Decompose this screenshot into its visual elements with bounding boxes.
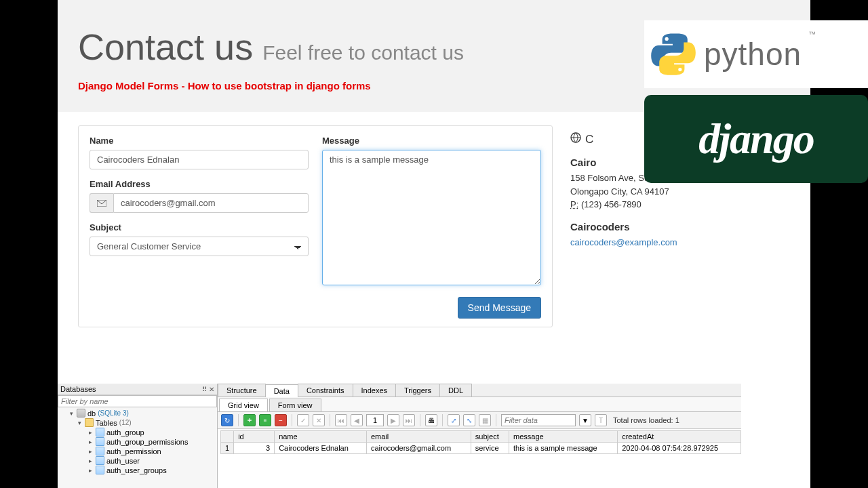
total-rows-label: Total rows loaded: 1 xyxy=(613,416,679,424)
col-email[interactable]: email xyxy=(366,431,471,443)
col-createdat[interactable]: createdAt xyxy=(618,431,741,443)
tables-node[interactable]: Tables xyxy=(96,419,117,427)
delete-row-button[interactable]: − xyxy=(275,414,287,426)
django-wordmark: django xyxy=(698,114,813,164)
database-panel: Databases ⠿ ✕ ▾db (SQLite 3) ▾Tables (12… xyxy=(58,384,741,488)
subject-select[interactable]: General Customer Service xyxy=(90,237,309,256)
db-name[interactable]: db xyxy=(87,409,96,418)
filter-text-button[interactable]: T xyxy=(595,414,607,426)
col-name[interactable]: name xyxy=(275,431,367,443)
tab-indexes[interactable]: Indexes xyxy=(353,384,397,396)
filter-button[interactable]: ▼ xyxy=(579,414,591,426)
table-icon xyxy=(96,428,104,436)
email-label: Email Address xyxy=(90,179,309,189)
table-icon xyxy=(96,466,104,474)
tab-constraints[interactable]: Constraints xyxy=(298,384,353,396)
chevron-down-icon[interactable]: ▾ xyxy=(77,420,83,426)
db-tree-panel: Databases ⠿ ✕ ▾db (SQLite 3) ▾Tables (12… xyxy=(58,384,218,488)
python-trademark: ™ xyxy=(808,30,816,38)
tab-structure[interactable]: Structure xyxy=(218,384,266,396)
page-title: Contact us xyxy=(78,26,253,68)
cell-createdat[interactable]: 2020-04-08 07:54:28.972925 xyxy=(618,443,741,454)
chevron-right-icon[interactable]: ▸ xyxy=(87,448,94,454)
db-panel-title: Databases xyxy=(60,385,96,393)
expand-icon[interactable]: ⤢ xyxy=(448,414,460,426)
db-type: (SQLite 3) xyxy=(98,409,129,417)
image-view-button[interactable]: ▦ xyxy=(479,414,491,426)
tab-data[interactable]: Data xyxy=(265,384,298,397)
add-row-button[interactable]: ＋ xyxy=(243,414,256,426)
first-page-button[interactable]: ⏮ xyxy=(335,414,347,426)
db-sub-tabs: Grid view Form view xyxy=(218,397,741,412)
chevron-right-icon[interactable]: ▸ xyxy=(87,439,94,445)
envelope-icon xyxy=(90,193,113,213)
chevron-right-icon[interactable]: ▸ xyxy=(87,467,94,473)
name-label: Name xyxy=(90,136,309,146)
message-label: Message xyxy=(322,136,541,146)
table-icon xyxy=(96,456,104,465)
col-rownum xyxy=(221,431,234,443)
page-number-input[interactable] xyxy=(366,414,384,426)
table-icon xyxy=(96,447,104,455)
page-subtitle: Feel free to contact us xyxy=(262,41,464,64)
chevron-down-icon[interactable]: ▾ xyxy=(68,410,75,416)
table-node[interactable]: auth_user xyxy=(106,457,140,465)
add-rows-button[interactable]: ≡ xyxy=(259,414,271,426)
python-logo: python ™ xyxy=(644,20,868,88)
globe-icon xyxy=(570,131,581,148)
subtab-grid-view[interactable]: Grid view xyxy=(219,399,268,411)
db-top-tabs: Structure Data Constraints Indexes Trigg… xyxy=(218,384,741,397)
tab-ddl[interactable]: DDL xyxy=(439,384,472,396)
table-node[interactable]: auth_permission xyxy=(106,447,161,455)
subject-label: Subject xyxy=(90,222,309,232)
refresh-button[interactable]: ↻ xyxy=(221,414,233,426)
cell-email[interactable]: cairocoders@gmail.com xyxy=(366,443,471,454)
cell-rownum: 1 xyxy=(221,443,234,454)
office-address-2: Olongapo City, CA 94107 xyxy=(570,185,677,199)
col-id[interactable]: id xyxy=(234,431,275,443)
db-filter-input[interactable] xyxy=(58,395,217,407)
python-icon xyxy=(650,30,697,78)
email-input[interactable] xyxy=(113,193,309,213)
cell-subject[interactable]: service xyxy=(471,443,509,454)
chevron-right-icon[interactable]: ▸ xyxy=(87,458,94,464)
last-page-button[interactable]: ⏭ xyxy=(403,414,415,426)
table-icon xyxy=(96,437,104,446)
data-grid[interactable]: id name email subject message createdAt … xyxy=(220,430,741,454)
contact-form-panel: Name Email Address Subject xyxy=(78,125,553,327)
table-node[interactable]: auth_user_groups xyxy=(106,466,167,474)
django-logo: django xyxy=(644,95,868,183)
phone-value: (123) 456-7890 xyxy=(581,199,642,209)
pin-icon[interactable]: ⠿ xyxy=(202,386,207,393)
tab-triggers[interactable]: Triggers xyxy=(395,384,440,396)
col-message[interactable]: message xyxy=(509,431,618,443)
name-input[interactable] xyxy=(90,150,309,169)
chevron-right-icon[interactable]: ▸ xyxy=(87,429,94,435)
print-button[interactable]: 🖶 xyxy=(425,414,437,426)
db-tree[interactable]: ▾db (SQLite 3) ▾Tables (12) ▸auth_group … xyxy=(58,407,217,475)
database-icon xyxy=(77,409,85,418)
cell-id[interactable]: 3 xyxy=(234,443,275,454)
table-node[interactable]: auth_group_permissions xyxy=(106,438,188,446)
contact-email-link[interactable]: cairocoders@example.com xyxy=(570,237,677,247)
office-hours-heading: C xyxy=(585,131,593,148)
cell-message[interactable]: this is a sample message xyxy=(509,443,618,454)
send-message-button[interactable]: Send Message xyxy=(458,297,541,319)
python-wordmark: python xyxy=(704,36,802,73)
folder-icon xyxy=(85,418,94,427)
next-page-button[interactable]: ▶ xyxy=(387,414,399,426)
prev-page-button[interactable]: ◀ xyxy=(351,414,363,426)
commit-button[interactable]: ✓ xyxy=(297,414,309,426)
db-toolbar: ↻ ＋ ≡ − ✓ ✕ ⏮ ◀ ▶ ⏭ 🖶 ⤢ ⤡ ▦ ▼ T Total ro… xyxy=(218,412,741,429)
subtab-form-view[interactable]: Form view xyxy=(269,399,321,411)
table-row[interactable]: 1 3 Cairocoders Ednalan cairocoders@gmai… xyxy=(221,443,741,454)
close-icon[interactable]: ✕ xyxy=(209,386,214,393)
collapse-icon[interactable]: ⤡ xyxy=(463,414,475,426)
filter-data-input[interactable] xyxy=(501,414,576,426)
contact-person: Cairocoders xyxy=(570,220,677,235)
col-subject[interactable]: subject xyxy=(471,431,509,443)
rollback-button[interactable]: ✕ xyxy=(313,414,325,426)
table-node[interactable]: auth_group xyxy=(106,428,144,436)
cell-name[interactable]: Cairocoders Ednalan xyxy=(275,443,367,454)
message-textarea[interactable] xyxy=(322,150,541,285)
